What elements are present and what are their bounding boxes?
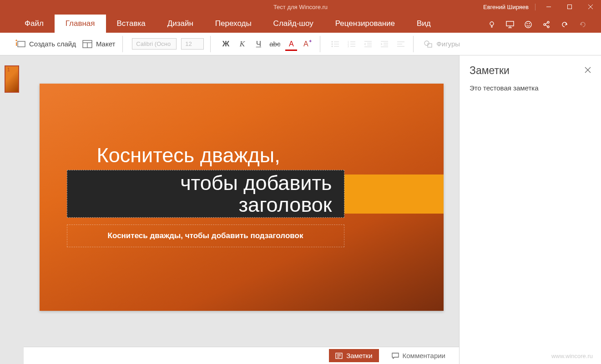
document-title: Тест для Wincore.ru (273, 4, 328, 10)
comments-toggle[interactable]: Комментарии (385, 349, 452, 362)
comments-toggle-label: Комментарии (403, 352, 445, 359)
workspace: 1 Коснитесь дважды, чтобы добавить загол… (0, 55, 601, 364)
tab-view[interactable]: Вид (406, 15, 442, 33)
shapes-label: Фигуры (436, 40, 460, 48)
svg-point-25 (332, 41, 333, 42)
svg-rect-18 (18, 41, 25, 47)
undo-icon[interactable] (560, 20, 569, 29)
svg-point-13 (544, 24, 545, 25)
font-color-button[interactable]: А (285, 38, 297, 50)
notes-close-button[interactable] (585, 66, 591, 75)
svg-point-10 (525, 21, 531, 28)
maximize-button[interactable] (559, 0, 580, 14)
subtitle-placeholder[interactable]: Коснитесь дважды, чтобы добавить подзаго… (67, 224, 344, 247)
statusbar: Заметки Комментарии (24, 347, 459, 364)
watermark: www.wincore.ru (551, 353, 593, 359)
new-slide-button[interactable]: Создать слайд (15, 38, 77, 50)
svg-point-15 (547, 26, 549, 28)
titlebar: Тест для Wincore.ru Евгений Ширяев (0, 0, 601, 14)
outdent-button[interactable] (362, 38, 374, 50)
svg-rect-1 (568, 5, 572, 9)
tab-home[interactable]: Главная (55, 15, 106, 33)
shapes-icon (424, 40, 433, 48)
title-placeholder[interactable]: чтобы добавить заголовок (67, 170, 344, 218)
indent-button[interactable] (379, 38, 390, 50)
thumb-number: 1 (7, 67, 10, 72)
svg-point-29 (332, 46, 333, 47)
tab-review[interactable]: Рецензирование (324, 15, 406, 33)
clear-format-button[interactable]: A✦ (302, 38, 313, 50)
svg-point-4 (490, 22, 494, 25)
new-slide-label: Создать слайд (29, 40, 76, 48)
notes-panel: Заметки Это тестовая заметка www.wincore… (459, 55, 601, 364)
tab-design[interactable]: Дизайн (157, 15, 204, 33)
title-line3: заголовок (73, 194, 332, 215)
svg-text:3: 3 (348, 45, 349, 48)
layout-label: Макет (96, 40, 115, 48)
svg-point-27 (332, 44, 333, 45)
bullets-button[interactable] (329, 38, 341, 50)
layout-button[interactable]: Макет (81, 38, 116, 50)
italic-button[interactable]: К (236, 38, 248, 50)
slide-thumbnail-1[interactable] (5, 65, 19, 93)
svg-rect-49 (428, 44, 432, 47)
svg-point-14 (547, 21, 549, 23)
notes-icon (335, 353, 343, 359)
title-line2: чтобы добавить (73, 172, 332, 194)
minimize-button[interactable] (538, 0, 559, 14)
notes-panel-title: Заметки (470, 65, 510, 77)
tab-transitions[interactable]: Переходы (204, 15, 263, 33)
tab-file[interactable]: Файл (14, 15, 55, 33)
underline-button[interactable]: Ч (253, 38, 264, 50)
present-icon[interactable] (505, 20, 515, 29)
tab-slideshow[interactable]: Слайд-шоу (263, 15, 324, 33)
ribbon: Создать слайд Макет Calibri (Осно 12 Ж К… (0, 33, 601, 55)
emoji-icon[interactable] (524, 20, 533, 29)
svg-point-11 (527, 24, 527, 24)
slide-canvas[interactable]: Коснитесь дважды, чтобы добавить заголов… (24, 55, 459, 364)
notes-content[interactable]: Это тестовая заметка (470, 84, 591, 92)
svg-point-12 (529, 24, 530, 24)
svg-line-16 (545, 23, 547, 24)
shapes-button[interactable]: Фигуры (423, 38, 461, 50)
svg-point-48 (424, 41, 429, 45)
svg-rect-7 (506, 21, 514, 26)
redo-icon[interactable] (578, 20, 587, 29)
bold-button[interactable]: Ж (220, 38, 232, 50)
layout-icon (82, 40, 92, 48)
close-icon (585, 67, 591, 73)
subtitle-text: Коснитесь дважды, чтобы добавить подзаго… (108, 231, 303, 240)
slide[interactable]: Коснитесь дважды, чтобы добавить заголов… (40, 84, 444, 311)
slide-thumbnails: 1 (0, 55, 24, 364)
title-line1[interactable]: Коснитесь дважды, (97, 144, 280, 167)
font-name-select[interactable]: Calibri (Осно (132, 38, 177, 50)
align-button[interactable] (395, 38, 407, 50)
svg-line-17 (545, 25, 547, 26)
comments-icon (392, 353, 399, 359)
close-button[interactable] (580, 0, 601, 14)
numbering-button[interactable]: 123 (346, 38, 358, 50)
tab-insert[interactable]: Вставка (106, 15, 157, 33)
accent-bar (343, 175, 444, 214)
lightbulb-icon[interactable] (487, 20, 496, 29)
new-slide-icon (15, 40, 25, 49)
strikethrough-button[interactable]: abc (269, 38, 281, 50)
font-size-select[interactable]: 12 (181, 38, 204, 50)
user-name[interactable]: Евгений Ширяев (477, 4, 535, 10)
notes-toggle-label: Заметки (346, 352, 372, 359)
notes-toggle[interactable]: Заметки (329, 349, 379, 362)
share-icon[interactable] (542, 20, 551, 29)
menu-tabs: Файл Главная Вставка Дизайн Переходы Сла… (0, 14, 601, 33)
